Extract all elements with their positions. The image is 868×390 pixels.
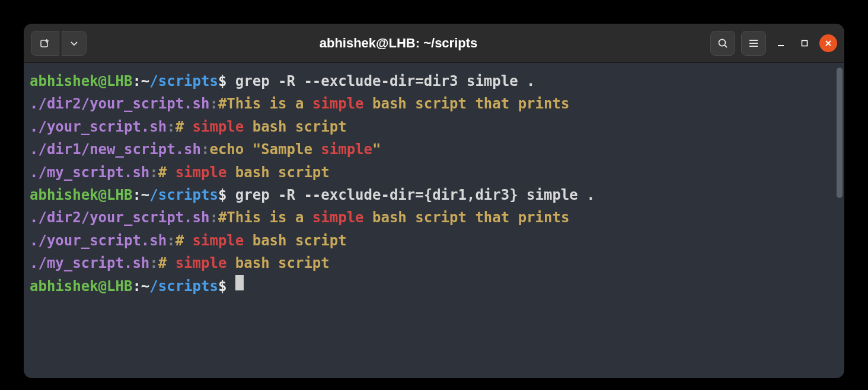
grep-pre: # — [175, 229, 193, 252]
grep-output-line: ./dir1/new_script.sh : echo "Sample simp… — [30, 138, 838, 161]
grep-post: bash script that prints — [364, 206, 570, 229]
grep-match: simple — [321, 138, 372, 161]
grep-colon: : — [149, 252, 158, 274]
grep-pre: echo "Sample — [209, 138, 321, 161]
grep-file: ./dir2/your_script.sh — [30, 92, 209, 115]
grep-post: " — [372, 138, 381, 161]
grep-file: ./dir2/your_script.sh — [30, 206, 209, 229]
grep-match: simple — [175, 161, 227, 184]
prompt-path: /scripts — [149, 70, 218, 92]
terminal-body[interactable]: abhishek@LHB : ~ /scripts $ grep -R --ex… — [24, 63, 844, 378]
svg-line-4 — [725, 45, 727, 47]
search-button[interactable] — [710, 31, 735, 56]
titlebar-left-controls — [31, 31, 87, 56]
grep-output-line: ./my_script.sh : # simple bash script — [30, 161, 838, 184]
minimize-icon — [777, 39, 785, 47]
svg-rect-9 — [802, 40, 808, 46]
command-text: grep -R --exclude-dir=dir3 simple . — [235, 70, 535, 92]
grep-output-line: ./my_script.sh : # simple bash script — [30, 252, 838, 274]
grep-colon: : — [209, 206, 218, 229]
grep-output-line: ./dir2/your_script.sh : #This is a simpl… — [30, 206, 838, 229]
grep-post: bash script — [226, 161, 329, 184]
grep-output-line: ./your_script.sh : # simple bash script — [30, 116, 838, 138]
titlebar-right-controls — [710, 31, 837, 56]
grep-post: bash script that prints — [364, 92, 570, 115]
grep-file: ./my_script.sh — [30, 161, 149, 184]
grep-file: ./my_script.sh — [30, 252, 149, 274]
prompt-tilde: ~ — [141, 275, 149, 298]
grep-colon: : — [167, 229, 175, 252]
grep-match: simple — [175, 252, 227, 274]
grep-match: simple — [312, 206, 364, 229]
minimize-button[interactable] — [772, 34, 790, 52]
grep-file: ./your_script.sh — [30, 229, 167, 252]
grep-pre: #This is a — [218, 206, 312, 229]
grep-pre: #This is a — [218, 92, 312, 115]
menu-button[interactable] — [741, 31, 766, 56]
scrollbar-thumb[interactable] — [837, 68, 843, 198]
grep-match: simple — [312, 92, 364, 115]
prompt-sigil: $ — [218, 184, 235, 206]
new-tab-icon — [39, 37, 51, 49]
prompt-line: abhishek@LHB : ~ /scripts $ grep -R --ex… — [30, 184, 838, 206]
grep-post: bash script — [226, 252, 329, 274]
close-button[interactable] — [819, 34, 837, 52]
grep-colon: : — [167, 116, 175, 138]
maximize-icon — [800, 39, 809, 47]
grep-pre: # — [158, 161, 175, 184]
prompt-path: /scripts — [149, 275, 218, 298]
chevron-down-icon — [70, 39, 78, 47]
prompt-line-active: abhishek@LHB : ~ /scripts $ — [30, 275, 838, 298]
tab-dropdown-button[interactable] — [62, 31, 87, 56]
svg-point-3 — [719, 39, 726, 46]
grep-colon: : — [209, 92, 218, 115]
prompt-sep: : — [132, 70, 141, 92]
command-text: grep -R --exclude-dir={dir1,dir3} simple… — [235, 184, 595, 206]
prompt-sigil: $ — [218, 70, 235, 92]
prompt-sep: : — [132, 275, 141, 298]
search-icon — [717, 37, 729, 49]
grep-file: ./dir1/new_script.sh — [30, 138, 201, 161]
prompt-user: abhishek@LHB — [30, 184, 132, 206]
hamburger-icon — [748, 38, 759, 49]
titlebar: abhishek@LHB: ~/scripts — [24, 24, 844, 63]
prompt-line: abhishek@LHB : ~ /scripts $ grep -R --ex… — [30, 70, 838, 92]
grep-pre: # — [175, 116, 193, 138]
new-tab-button[interactable] — [31, 31, 59, 56]
grep-colon: : — [201, 138, 209, 161]
window-title: abhishek@LHB: ~/scripts — [90, 36, 707, 51]
grep-pre: # — [158, 252, 175, 274]
prompt-user: abhishek@LHB — [30, 275, 132, 298]
grep-post: bash script — [244, 229, 346, 252]
grep-match: simple — [193, 116, 244, 138]
maximize-button[interactable] — [796, 34, 813, 52]
prompt-sep: : — [132, 184, 141, 206]
grep-colon: : — [149, 161, 158, 184]
prompt-sigil: $ — [218, 275, 235, 298]
prompt-user: abhishek@LHB — [30, 70, 132, 92]
cursor-block — [235, 275, 244, 290]
grep-match: simple — [193, 229, 244, 252]
prompt-path: /scripts — [149, 184, 218, 206]
grep-file: ./your_script.sh — [30, 116, 167, 138]
terminal-window: abhishek@LHB: ~/scripts — [24, 24, 844, 378]
close-icon — [824, 39, 832, 47]
prompt-tilde: ~ — [141, 70, 149, 92]
grep-output-line: ./your_script.sh : # simple bash script — [30, 229, 838, 252]
grep-post: bash script — [244, 116, 346, 138]
prompt-tilde: ~ — [141, 184, 149, 206]
grep-output-line: ./dir2/your_script.sh : #This is a simpl… — [30, 92, 838, 115]
